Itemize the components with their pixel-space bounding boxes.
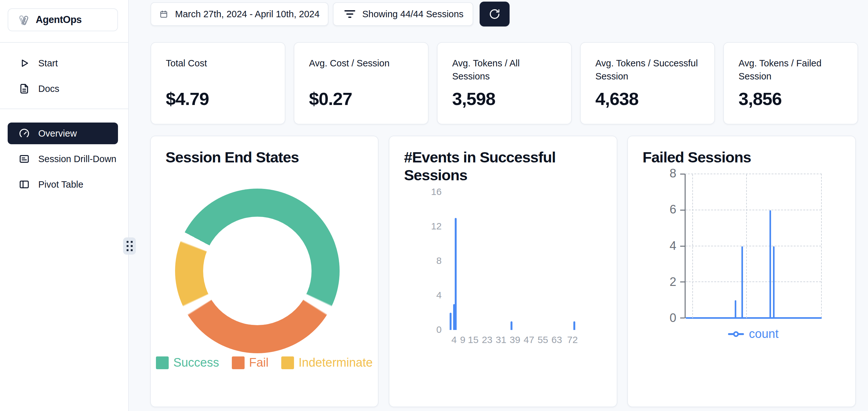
bar[interactable] — [574, 321, 575, 330]
app-title: AgentOps — [36, 14, 82, 26]
donut-ring[interactable] — [175, 188, 340, 353]
count-spike[interactable] — [741, 246, 743, 319]
failed-y-axis: 02468 — [628, 174, 680, 318]
v-gridline — [746, 174, 747, 318]
calendar-icon — [159, 10, 168, 19]
sidebar-item-start[interactable]: Start — [8, 53, 118, 74]
axis-tick-label: 31 — [496, 334, 506, 345]
axis-tick-label: 55 — [538, 334, 548, 345]
y-tick-mark — [680, 282, 685, 283]
axis-tick-label: 63 — [551, 334, 562, 345]
y-tick-mark — [680, 246, 685, 247]
filter-icon — [344, 10, 355, 18]
panel-left-icon — [19, 179, 30, 190]
stat-label: Avg. Tokens / Successful Session — [595, 57, 703, 83]
sidebar-item-session-drill-down[interactable]: Session Drill-Down — [8, 149, 118, 169]
chart-title: Failed Sessions — [643, 148, 751, 166]
stat-value: $0.27 — [309, 88, 352, 109]
sidebar-item-label: Pivot Table — [38, 179, 83, 190]
count-spike[interactable] — [735, 300, 736, 318]
axis-tick-label: 8 — [436, 255, 442, 266]
count-spike[interactable] — [773, 246, 775, 319]
gauge-icon — [19, 128, 30, 139]
sessions-filter-label: Showing 44/44 Sessions — [362, 9, 464, 20]
sidebar-item-label: Overview — [38, 128, 77, 139]
stat-value: 3,856 — [739, 88, 782, 109]
stat-card-avg-tokens-failed: Avg. Tokens / Failed Session 3,856 — [723, 42, 858, 124]
failed-sessions-card: Failed Sessions 02468 count — [627, 136, 856, 407]
stat-value: 4,638 — [595, 88, 639, 109]
axis-tick-label: 72 — [567, 334, 578, 345]
axis-tick-label: 8 — [670, 167, 676, 180]
legend-item[interactable]: Fail — [232, 356, 269, 370]
refresh-icon — [489, 8, 501, 20]
sidebar-item-overview[interactable]: Overview — [8, 122, 118, 144]
sidebar-item-pivot-table[interactable]: Pivot Table — [8, 174, 118, 195]
h-gridline — [686, 210, 821, 210]
sidebar-item-label: Docs — [38, 84, 59, 94]
sidebar: AgentOps Start Docs Overview Session Dri… — [0, 0, 129, 411]
failed-plot — [685, 174, 822, 318]
stat-label: Total Cost — [166, 57, 273, 70]
axis-tick-label: 12 — [431, 221, 442, 232]
donut-legend: SuccessFailIndeterminate — [151, 356, 378, 370]
stat-value: 3,598 — [452, 88, 495, 109]
date-range-label: March 27th, 2024 - April 10th, 2024 — [175, 9, 319, 20]
h-gridline — [686, 246, 821, 246]
count-legend[interactable]: count — [685, 327, 822, 341]
bar[interactable] — [455, 218, 457, 330]
date-range-button[interactable]: March 27th, 2024 - April 10th, 2024 — [151, 2, 329, 26]
legend-swatch-icon — [156, 356, 169, 369]
axis-tick-label: 0 — [436, 324, 442, 335]
h-gridline — [686, 282, 821, 282]
stat-label: Avg. Tokens / All Sessions — [452, 57, 560, 83]
stat-card-total-cost: Total Cost $4.79 — [151, 42, 285, 124]
paperclips-icon — [16, 12, 31, 27]
list-icon — [19, 153, 30, 165]
app-logo[interactable]: AgentOps — [8, 8, 118, 31]
count-legend-label: count — [749, 327, 779, 341]
axis-tick-label: 4 — [451, 334, 457, 345]
bar[interactable] — [510, 321, 513, 330]
events-y-axis: 0481216 — [390, 192, 442, 330]
count-spike[interactable] — [770, 210, 771, 318]
sessions-filter-button[interactable]: Showing 44/44 Sessions — [333, 2, 473, 26]
events-x-axis: 491523313947556372 — [447, 334, 580, 347]
refresh-button[interactable] — [479, 2, 509, 27]
legend-swatch-icon — [232, 356, 245, 369]
stat-label: Avg. Cost / Session — [309, 57, 416, 70]
axis-tick-label: 16 — [431, 186, 442, 197]
session-end-states-card: Session End States SuccessFailIndetermin… — [150, 136, 378, 407]
stat-label: Avg. Tokens / Failed Session — [739, 57, 846, 83]
axis-tick-label: 2 — [670, 275, 676, 289]
legend-item[interactable]: Indeterminate — [281, 356, 372, 370]
events-histogram-card: #Events in Successful Sessions 0481216 4… — [389, 136, 617, 407]
v-gridline — [692, 174, 693, 318]
chart-title: #Events in Successful Sessions — [404, 148, 602, 184]
legend-item[interactable]: Success — [156, 356, 219, 370]
axis-tick-label: 0 — [670, 311, 676, 325]
sidebar-resize-handle[interactable] — [123, 237, 136, 255]
play-icon — [19, 57, 30, 69]
sidebar-item-docs[interactable]: Docs — [8, 79, 118, 99]
bar[interactable] — [450, 313, 452, 330]
sidebar-divider — [0, 42, 129, 43]
axis-tick-label: 4 — [436, 290, 442, 301]
sidebar-item-label: Start — [38, 58, 58, 68]
axis-tick-label: 47 — [524, 334, 534, 345]
legend-swatch-icon — [281, 356, 294, 369]
axis-tick-label: 23 — [482, 334, 492, 345]
legend-label: Success — [173, 356, 219, 370]
count-series-baseline[interactable] — [686, 317, 822, 319]
stat-card-avg-cost: Avg. Cost / Session $0.27 — [294, 42, 429, 124]
axis-tick-label: 4 — [670, 239, 676, 253]
chart-title: Session End States — [165, 148, 299, 166]
sidebar-item-label: Session Drill-Down — [38, 154, 116, 164]
donut-hole — [203, 217, 312, 325]
legend-label: Fail — [249, 356, 269, 370]
sidebar-divider — [0, 109, 129, 109]
axis-tick-label: 9 — [460, 334, 466, 345]
y-tick-mark — [680, 210, 685, 211]
axis-tick-label: 15 — [468, 334, 478, 345]
stat-card-avg-tokens-all: Avg. Tokens / All Sessions 3,598 — [437, 42, 572, 124]
